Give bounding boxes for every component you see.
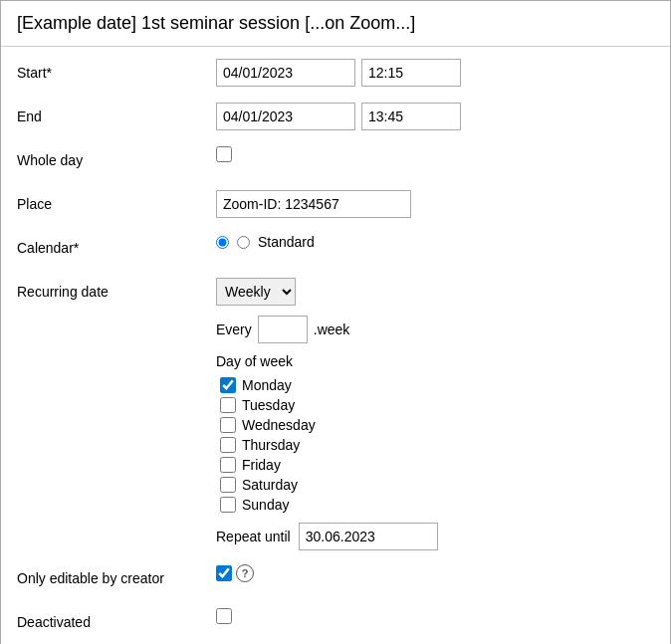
place-label: Place [17,190,216,212]
place-input[interactable] [216,190,411,218]
deactivated-controls [216,608,654,624]
place-controls [216,190,654,218]
recurring-date-label: Recurring date [17,278,216,300]
friday-checkbox[interactable] [220,457,236,473]
calendar-radio-selected[interactable] [216,236,229,249]
tuesday-label: Tuesday [242,397,295,413]
deactivated-row: Deactivated [17,608,654,638]
recurring-date-row: Recurring date Weekly Daily Monthly Ever… [17,278,654,550]
repeat-until-label: Repeat until [216,529,291,544]
only-editable-controls: ? [216,564,654,582]
week-label: .week [314,322,350,337]
place-row: Place [17,190,654,220]
help-icon[interactable]: ? [236,564,254,582]
recurring-date-controls: Weekly Daily Monthly Every .week Day of … [216,278,654,550]
monday-checkbox[interactable] [220,377,236,393]
calendar-radio-standard[interactable] [237,236,250,249]
friday-row: Friday [220,457,438,473]
recurring-select[interactable]: Weekly Daily Monthly [216,278,296,306]
monday-row: Monday [220,377,438,393]
thursday-label: Thursday [242,437,300,453]
title-bar: [Example date] 1st seminar session [...o… [1,1,670,47]
form-body: Start* End Whole day Place [1,47,670,644]
tuesday-row: Tuesday [220,397,438,413]
whole-day-controls [216,146,654,162]
tuesday-checkbox[interactable] [220,397,236,413]
sunday-checkbox[interactable] [220,497,236,513]
thursday-checkbox[interactable] [220,437,236,453]
repeat-until-row: Repeat until [216,523,438,550]
calendar-option-label: Standard [258,234,315,250]
sunday-label: Sunday [242,497,289,513]
every-row: Every .week [216,316,438,343]
page-title: [Example date] 1st seminar session [...o… [17,13,415,33]
deactivated-checkbox[interactable] [216,608,232,624]
calendar-label: Calendar* [17,234,216,256]
thursday-row: Thursday [220,437,438,453]
wednesday-checkbox[interactable] [220,417,236,433]
start-controls [216,59,654,87]
only-editable-checkbox[interactable] [216,565,232,581]
calendar-controls: Standard [216,234,654,250]
monday-label: Monday [242,377,292,393]
wednesday-row: Wednesday [220,417,438,433]
calendar-row: Calendar* Standard [17,234,654,264]
sunday-row: Sunday [220,497,438,513]
repeat-until-input[interactable] [299,523,438,550]
saturday-row: Saturday [220,477,438,493]
start-time-input[interactable] [361,59,461,87]
wednesday-label: Wednesday [242,417,316,433]
start-label: Start* [17,59,216,81]
start-row: Start* [17,59,654,89]
only-editable-row: Only editable by creator ? [17,564,654,594]
end-controls [216,103,654,130]
recurring-section: Weekly Daily Monthly Every .week Day of … [216,278,438,550]
start-date-input[interactable] [216,59,355,87]
every-label: Every [216,322,252,337]
whole-day-label: Whole day [17,146,216,168]
saturday-label: Saturday [242,477,298,493]
friday-label: Friday [242,457,281,473]
whole-day-row: Whole day [17,146,654,176]
day-of-week-section: Day of week Monday Tuesday Wednesday [216,353,438,513]
end-row: End [17,103,654,132]
deactivated-label: Deactivated [17,608,216,630]
end-time-input[interactable] [361,103,461,130]
whole-day-checkbox[interactable] [216,146,232,162]
only-editable-label: Only editable by creator [17,564,216,586]
weekly-select-row: Weekly Daily Monthly [216,278,438,306]
end-label: End [17,103,216,124]
end-date-input[interactable] [216,103,355,130]
every-input[interactable] [258,316,308,343]
day-of-week-header: Day of week [216,353,438,369]
main-container: [Example date] 1st seminar session [...o… [0,0,671,644]
saturday-checkbox[interactable] [220,477,236,493]
